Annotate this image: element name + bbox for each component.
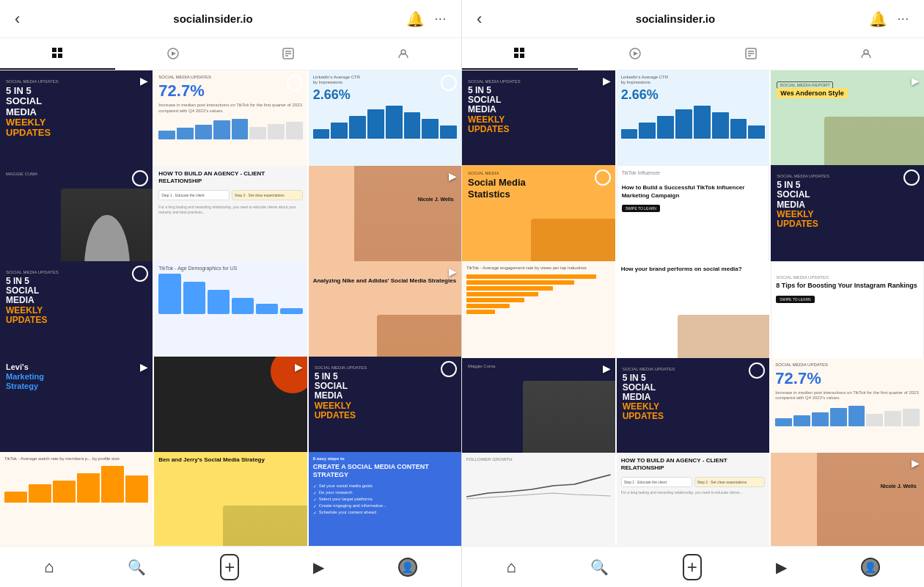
post-14[interactable]: Ben and Jerry's Social Media Strategy: [154, 452, 307, 546]
right-nav-profile[interactable]: 👤: [861, 558, 880, 577]
svg-rect-14: [520, 54, 524, 58]
svg-rect-2: [52, 54, 56, 58]
left-tab-collab[interactable]: [346, 38, 461, 70]
right-tab-grid[interactable]: [462, 38, 578, 70]
select-circle-4[interactable]: [132, 170, 148, 186]
right-bottom-nav: ⌂ 🔍 + ▶ 👤: [462, 546, 924, 587]
right-video-icon-10: ▶: [603, 362, 611, 374]
left-phone: ‹ socialinsider.io 🔔 ··· ▶ Social Media: [0, 0, 462, 587]
svg-rect-13: [514, 54, 518, 58]
left-nav-search[interactable]: 🔍: [128, 558, 146, 576]
right-video-icon-3: ▶: [912, 75, 920, 87]
right-nav-reels[interactable]: ▶: [776, 558, 787, 576]
right-select-11[interactable]: [749, 362, 765, 379]
select-circle-3[interactable]: [441, 75, 457, 91]
right-nav-home[interactable]: ⌂: [506, 558, 516, 577]
right-header: ‹ socialinsider.io 🔔 ···: [462, 0, 924, 38]
post-13[interactable]: TikTok - Average watch rate by members p…: [0, 452, 153, 546]
right-header-icons: 🔔 ···: [869, 10, 909, 28]
left-header-icons: 🔔 ···: [406, 10, 447, 28]
right-select-9[interactable]: [903, 266, 919, 282]
left-tab-tagged[interactable]: [231, 38, 346, 70]
right-bell-icon[interactable]: 🔔: [869, 10, 887, 28]
right-video-icon-15: ▶: [912, 457, 920, 469]
left-tab-reels[interactable]: [115, 38, 230, 70]
left-posts-grid: ▶ Social Media Updates 5 IN 5SOCIALMEDIA…: [0, 70, 461, 546]
left-bottom-nav: ⌂ 🔍 + ▶ 👤: [0, 546, 461, 587]
video-icon-10: ▶: [140, 361, 148, 373]
video-icon-11: ▶: [295, 361, 303, 373]
right-phone: ‹ socialinsider.io 🔔 ··· ▶ Social Media …: [462, 0, 924, 587]
video-icon-6: ▶: [449, 170, 457, 182]
right-select-4[interactable]: [595, 169, 611, 186]
left-nav-reels[interactable]: ▶: [313, 558, 324, 576]
right-nav-add[interactable]: +: [683, 554, 702, 580]
video-icon-1: ▶: [140, 75, 148, 87]
svg-rect-3: [58, 54, 62, 58]
right-username: socialinsider.io: [636, 12, 715, 25]
right-tab-reels[interactable]: [578, 38, 694, 70]
left-bell-icon[interactable]: 🔔: [406, 10, 425, 28]
select-circle-12[interactable]: [441, 361, 457, 377]
right-more-icon[interactable]: ···: [898, 12, 909, 26]
left-tab-grid[interactable]: [0, 38, 115, 70]
left-more-icon[interactable]: ···: [435, 12, 447, 26]
right-posts-grid: ▶ Social Media Updates 5 IN 5SOCIALMEDIA…: [462, 70, 924, 546]
left-back-button[interactable]: ‹: [15, 10, 20, 29]
svg-marker-16: [634, 51, 638, 56]
right-back-button[interactable]: ‹: [477, 10, 482, 29]
left-profile-nav: [0, 38, 461, 70]
right-tab-tagged[interactable]: [693, 38, 809, 70]
left-username: socialinsider.io: [173, 12, 252, 25]
right-nav-search[interactable]: 🔍: [590, 558, 609, 576]
right-video-icon-1: ▶: [603, 75, 611, 87]
left-header: ‹ socialinsider.io 🔔 ···: [0, 0, 461, 38]
video-icon-9: ▶: [449, 266, 457, 277]
right-post-14[interactable]: HOW TO BUILD AN AGENCY - CLIENT RELATION…: [617, 453, 770, 546]
right-profile-nav: [462, 38, 924, 70]
right-tab-collab[interactable]: [809, 38, 925, 70]
left-nav-home[interactable]: ⌂: [44, 558, 54, 577]
svg-rect-12: [520, 48, 524, 52]
left-nav-profile[interactable]: 👤: [398, 558, 417, 577]
select-circle-2[interactable]: [287, 75, 303, 91]
svg-rect-11: [514, 48, 518, 52]
svg-rect-1: [58, 48, 62, 52]
svg-marker-5: [172, 51, 176, 56]
svg-rect-0: [52, 48, 56, 52]
left-nav-add[interactable]: +: [220, 554, 239, 580]
right-post-15[interactable]: ▶ Nicole J. Wells The Life of a socialin…: [771, 453, 924, 546]
post-15[interactable]: 6 easy steps to CREATE A SOCIAL MEDIA CO…: [309, 452, 461, 546]
right-post-13[interactable]: Follower Growth: [462, 453, 615, 546]
